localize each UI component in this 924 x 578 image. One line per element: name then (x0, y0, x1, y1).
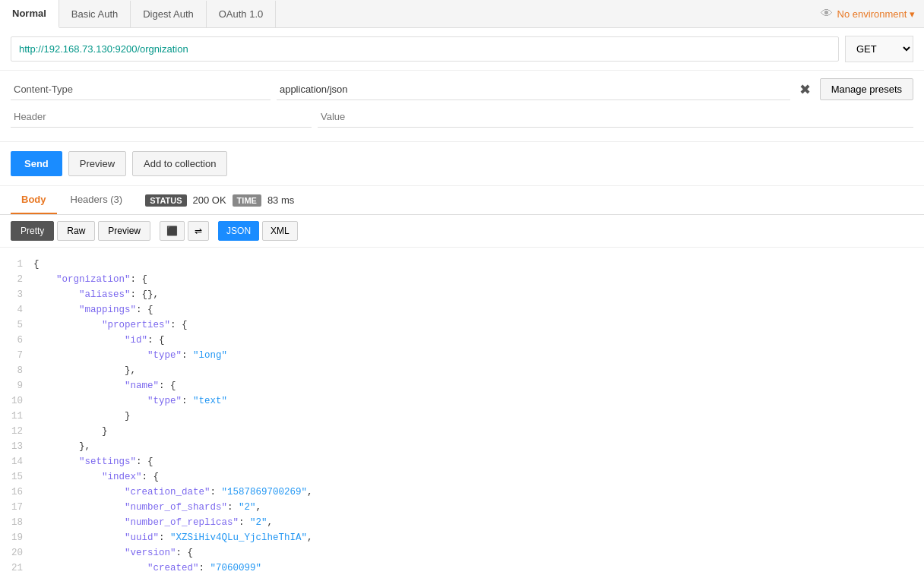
line-content: "name": { (33, 378, 176, 393)
tab-digest-auth[interactable]: Digest Auth (131, 1, 207, 27)
code-line-8: 8 }, (0, 363, 924, 378)
code-line-15: 15 "index": { (0, 469, 924, 485)
method-select[interactable]: GET POST PUT DELETE PATCH HEAD OPTIONS (845, 36, 913, 62)
line-content: }, (33, 363, 136, 378)
format-json-btn[interactable]: JSON (218, 221, 259, 241)
code-line-5: 5 "properties": { (0, 317, 924, 333)
line-content: { (33, 257, 40, 272)
clear-header-btn[interactable]: ✖ (796, 81, 814, 98)
wrap-icon-btn[interactable]: ⇌ (188, 221, 209, 241)
url-bar: GET POST PUT DELETE PATCH HEAD OPTIONS (0, 28, 924, 71)
line-number: 16 (6, 485, 33, 500)
resp-tab-headers[interactable]: Headers (3) (60, 186, 134, 214)
add-collection-button[interactable]: Add to collection (132, 151, 227, 176)
header-value-1[interactable] (277, 79, 790, 100)
copy-icon-btn[interactable]: ⬛ (160, 221, 185, 241)
header-value-2[interactable] (318, 106, 913, 128)
line-content: "number_of_shards": "2", (33, 500, 261, 515)
code-line-14: 14 "settings": { (0, 454, 924, 469)
code-line-6: 6 "id": { (0, 333, 924, 348)
line-content: } (33, 409, 131, 424)
line-content: } (33, 424, 108, 439)
code-line-4: 4 "mappings": { (0, 302, 924, 317)
line-content: "type": "text" (33, 393, 227, 409)
code-line-20: 20 "version": { (0, 545, 924, 561)
line-content: "orgnization": { (33, 272, 147, 287)
code-line-7: 7 "type": "long" (0, 348, 924, 363)
line-content: "id": { (33, 333, 165, 348)
format-xml-btn[interactable]: XML (262, 221, 298, 241)
line-content: "number_of_replicas": "2", (33, 515, 273, 530)
line-number: 1 (6, 257, 33, 272)
header-key-2[interactable] (11, 106, 312, 128)
code-line-10: 10 "type": "text" (0, 393, 924, 409)
headers-section: ✖ Manage presets (0, 71, 924, 142)
line-number: 8 (6, 363, 33, 378)
line-number: 18 (6, 515, 33, 530)
line-number: 20 (6, 545, 33, 561)
line-content: "aliases": {}, (33, 287, 159, 302)
code-line-3: 3 "aliases": {}, (0, 287, 924, 302)
code-line-9: 9 "name": { (0, 378, 924, 393)
line-content: "properties": { (33, 317, 188, 333)
manage-presets-button[interactable]: Manage presets (820, 78, 913, 100)
code-line-12: 12 } (0, 424, 924, 439)
code-line-11: 11 } (0, 409, 924, 424)
eye-icon[interactable]: 👁 (821, 7, 833, 21)
resp-tab-body[interactable]: Body (11, 186, 57, 214)
tab-oauth1[interactable]: OAuth 1.0 (207, 1, 277, 27)
line-number: 3 (6, 287, 33, 302)
tab-basic-auth[interactable]: Basic Auth (59, 1, 131, 27)
line-number: 10 (6, 393, 33, 409)
send-button[interactable]: Send (11, 151, 62, 176)
line-content: "settings": { (33, 454, 153, 469)
response-code-block: 1{2 "orgnization": {3 "aliases": {},4 "m… (0, 248, 924, 578)
tab-normal[interactable]: Normal (0, 0, 59, 28)
line-number: 9 (6, 378, 33, 393)
line-number: 4 (6, 302, 33, 317)
view-raw-btn[interactable]: Raw (57, 221, 95, 241)
env-selector[interactable]: No environment (837, 8, 915, 20)
line-number: 14 (6, 454, 33, 469)
line-number: 12 (6, 424, 33, 439)
code-line-16: 16 "creation_date": "1587869700269", (0, 485, 924, 500)
code-line-17: 17 "number_of_shards": "2", (0, 500, 924, 515)
line-number: 13 (6, 439, 33, 454)
code-line-21: 21 "created": "7060099" (0, 561, 924, 576)
status-badge-value: 200 OK (193, 194, 226, 206)
line-number: 7 (6, 348, 33, 363)
line-content: }, (33, 439, 90, 454)
header-key-1[interactable] (11, 79, 271, 100)
line-content: "uuid": "XZSiHiv4QLu_YjclheThIA", (33, 530, 313, 545)
header-row-2 (11, 106, 913, 128)
auth-tabs-bar: Normal Basic Auth Digest Auth OAuth 1.0 … (0, 0, 924, 28)
line-number: 5 (6, 317, 33, 333)
line-number: 21 (6, 561, 33, 576)
line-number: 19 (6, 530, 33, 545)
line-number: 11 (6, 409, 33, 424)
line-content: "mappings": { (33, 302, 153, 317)
url-input[interactable] (11, 36, 839, 62)
line-number: 15 (6, 469, 33, 485)
code-line-19: 19 "uuid": "XZSiHiv4QLu_YjclheThIA", (0, 530, 924, 545)
line-number: 2 (6, 272, 33, 287)
preview-button[interactable]: Preview (68, 151, 126, 176)
line-number: 17 (6, 500, 33, 515)
env-area: 👁 No environment (812, 7, 924, 21)
view-preview-btn[interactable]: Preview (98, 221, 150, 241)
line-content: "version": { (33, 545, 193, 561)
line-content: "index": { (33, 469, 159, 485)
code-line-1: 1{ (0, 257, 924, 272)
line-content: "creation_date": "1587869700269", (33, 485, 313, 500)
code-line-2: 2 "orgnization": { (0, 272, 924, 287)
status-badges: STATUS 200 OK TIME 83 ms (145, 194, 294, 207)
code-line-18: 18 "number_of_replicas": "2", (0, 515, 924, 530)
line-content: "created": "7060099" (33, 561, 261, 576)
code-line-13: 13 }, (0, 439, 924, 454)
status-badge-label: STATUS (145, 194, 186, 207)
time-badge-value: 83 ms (267, 194, 294, 206)
action-bar: Send Preview Add to collection (0, 142, 924, 186)
code-toolbar: Pretty Raw Preview ⬛ ⇌ JSON XML (0, 215, 924, 248)
view-pretty-btn[interactable]: Pretty (11, 221, 54, 241)
line-number: 6 (6, 333, 33, 348)
